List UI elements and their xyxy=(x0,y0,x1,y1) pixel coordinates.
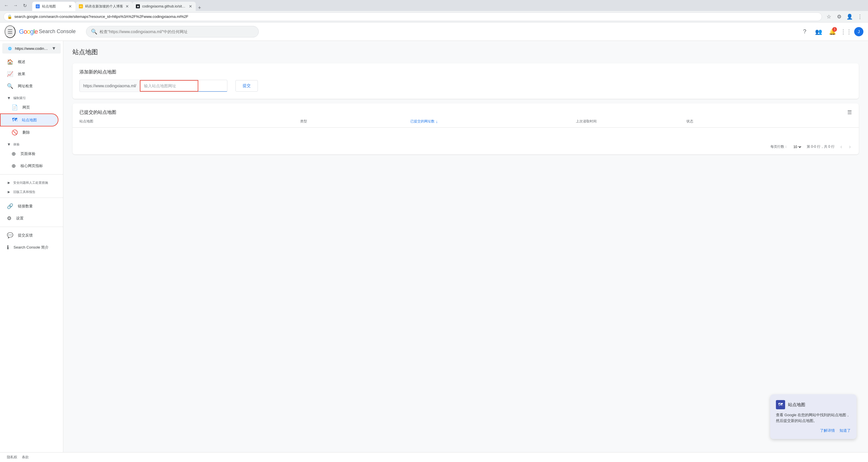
tab-2[interactable]: 码 码衣在新加坡的个人博客 ✕ xyxy=(75,2,132,11)
forward-button[interactable]: → xyxy=(11,1,20,9)
tab-3[interactable]: ◆ codingxiaoma.github.io/sitem... ✕ xyxy=(132,2,196,11)
sidebar-item-page-experience[interactable]: ⊕ 页面体验 xyxy=(0,148,58,160)
add-sitemap-card-body: https://www.codingxiaoma.ml/ 提交 xyxy=(72,80,859,99)
sidebar-divider-3 xyxy=(0,227,63,227)
sidebar-item-removals[interactable]: 🚫 删除 xyxy=(0,126,58,139)
menu-button[interactable]: ⋮ xyxy=(855,12,865,21)
tooltip-popup: 🗺 站点地图 查看 Google 在您的网站中找到的站点地图，然后提交新的站点地… xyxy=(770,394,857,439)
tab-3-title: codingxiaoma.github.io/sitem... xyxy=(142,4,186,8)
add-sitemap-card: 添加新的站点地图 https://www.codingxiaoma.ml/ 提交 xyxy=(72,63,859,99)
sidebar-item-sitemaps-label: 站点地图 xyxy=(22,117,37,123)
privacy-link[interactable]: 隐私权 xyxy=(7,455,17,460)
sidebar-item-overview[interactable]: 🏠 概述 xyxy=(0,56,58,68)
submitted-sitemaps-title: 已提交的站点地图 ☰ xyxy=(72,104,859,115)
col-status[interactable]: 状态 xyxy=(686,119,852,124)
sidebar-item-sitemaps[interactable]: 🗺 站点地图 xyxy=(0,114,58,126)
main-content: 站点地图 添加新的站点地图 https://www.codingxiaoma.m… xyxy=(63,41,868,462)
toolbar-right: ☆ ⚙ 👤 ⋮ xyxy=(824,12,865,21)
sidebar-item-overview-label: 概述 xyxy=(18,59,25,64)
sidebar-section-security-label: 安全问题和人工处置措施 xyxy=(13,181,48,185)
sidebar-item-feedback[interactable]: 💬 提交反馈 xyxy=(0,229,58,241)
learn-more-link[interactable]: 了解详情 xyxy=(820,428,835,433)
submitted-sitemaps-title-text: 已提交的站点地图 xyxy=(80,110,116,115)
col-submitted-urls[interactable]: 已提交的网址数 ↓ xyxy=(410,119,576,124)
property-selector[interactable]: 🌐 https://www.coding... ▼ xyxy=(2,43,61,54)
new-tab-button[interactable]: + xyxy=(196,5,204,11)
table-pagination: 每页行数： 10 25 50 第 0-0 行，共 0 行 ‹ › xyxy=(72,139,859,154)
pagination-prev-button[interactable]: ‹ xyxy=(839,143,843,151)
tab-3-favicon: ◆ xyxy=(136,4,140,8)
tab-3-close[interactable]: ✕ xyxy=(189,4,192,9)
sidebar-section-security[interactable]: ► 安全问题和人工处置措施 xyxy=(0,177,63,186)
tab-1-title: 站点地图 xyxy=(42,4,66,9)
terms-link[interactable]: 条款 xyxy=(22,455,29,460)
browser-controls: ← → ↻ xyxy=(2,1,29,9)
tab-1[interactable]: G 站点地图 ✕ xyxy=(32,2,75,11)
extension-button[interactable]: ⚙ xyxy=(835,12,844,21)
col-sitemap-label: 站点地图 xyxy=(80,119,93,124)
sidebar-item-intro[interactable]: ℹ Search Console 简介 xyxy=(0,241,58,254)
pagination-next-button[interactable]: › xyxy=(848,143,852,151)
submit-button[interactable]: 提交 xyxy=(236,80,258,92)
sidebar-section-legacy[interactable]: ► 旧版工具和报告 xyxy=(0,186,63,195)
hamburger-button[interactable]: ☰ xyxy=(5,25,16,38)
back-button[interactable]: ← xyxy=(2,1,10,9)
col-type[interactable]: 类型 xyxy=(300,119,410,124)
add-sitemap-card-title: 添加新的站点地图 xyxy=(72,63,859,80)
performance-icon: 📈 xyxy=(7,71,13,77)
url-inspection-icon: 🔍 xyxy=(7,83,13,89)
sidebar-item-links[interactable]: 🔗 链接数量 xyxy=(0,200,58,212)
sidebar-item-pages[interactable]: 📄 网页 xyxy=(0,102,58,114)
address-bar[interactable]: 🔒 search.google.com/search-console/sitem… xyxy=(3,12,822,21)
tab-1-close[interactable]: ✕ xyxy=(68,4,72,9)
sidebar-item-performance-label: 效果 xyxy=(18,71,25,77)
sidebar-section-indexing[interactable]: ▼ 编制索引 xyxy=(0,92,63,102)
user-circle-button[interactable]: 👥 xyxy=(813,26,824,37)
tooltip-title: 站点地图 xyxy=(788,402,805,408)
sidebar-item-core-web-vitals[interactable]: ⊕ 核心网页指标 xyxy=(0,160,58,172)
pagination-rows-label: 每页行数： xyxy=(770,144,788,149)
intro-icon: ℹ xyxy=(7,244,9,251)
search-box[interactable]: 🔍 xyxy=(86,26,259,37)
reload-button[interactable]: ↻ xyxy=(21,1,29,9)
help-button[interactable]: ? xyxy=(799,26,810,37)
sidebar-item-removals-label: 删除 xyxy=(23,130,30,135)
browser-chrome: ← → ↻ G 站点地图 ✕ 码 码衣在新加坡的个人博客 ✕ ◆ codingx… xyxy=(0,0,868,11)
col-last-read-label: 上次读取时间 xyxy=(576,119,597,124)
app-name: Search Console xyxy=(39,29,76,34)
indexing-expand-icon: ▼ xyxy=(7,96,11,100)
col-submitted-urls-label: 已提交的网址数 xyxy=(410,119,435,124)
col-sitemap[interactable]: 站点地图 xyxy=(80,119,300,124)
apps-button[interactable]: ⋮⋮ xyxy=(840,26,852,37)
dismiss-link[interactable]: 知道了 xyxy=(839,428,851,433)
tooltip-body: 查看 Google 在您的网站中找到的站点地图，然后提交新的站点地图。 xyxy=(776,412,851,424)
page-experience-icon: ⊕ xyxy=(11,151,16,157)
pagination-rows-select[interactable]: 10 25 50 xyxy=(792,145,802,149)
sidebar-item-feedback-label: 提交反馈 xyxy=(18,233,33,238)
sidebar-section-experience[interactable]: ▼ 体验 xyxy=(0,139,63,148)
tab-2-close[interactable]: ✕ xyxy=(125,4,129,9)
app-header: ☰ Google Search Console 🔍 ? 👥 🔔 1 ⋮⋮ J xyxy=(0,23,868,41)
sitemap-url-input[interactable] xyxy=(140,80,198,92)
lock-icon: 🔒 xyxy=(7,15,12,19)
sidebar-item-settings[interactable]: ⚙ 设置 xyxy=(0,212,58,224)
tooltip-header: 🗺 站点地图 xyxy=(776,400,851,409)
sidebar-item-performance[interactable]: 📈 效果 xyxy=(0,68,58,80)
submitted-sitemaps-card: 已提交的站点地图 ☰ 站点地图 类型 已提交的网址数 ↓ 上次读取时间 状 xyxy=(72,104,859,154)
avatar[interactable]: J xyxy=(854,27,863,36)
tab-2-title: 码衣在新加坡的个人博客 xyxy=(85,4,123,9)
col-last-read[interactable]: 上次读取时间 xyxy=(576,119,686,124)
sidebar-section-legacy-label: 旧版工具和报告 xyxy=(13,190,35,194)
notifications-button[interactable]: 🔔 1 xyxy=(827,26,838,37)
filter-icon[interactable]: ☰ xyxy=(847,109,852,115)
sidebar-item-url-inspection[interactable]: 🔍 网址检查 xyxy=(0,80,58,92)
search-icon: 🔍 xyxy=(91,29,97,35)
sidebar-item-page-experience-label: 页面体验 xyxy=(21,151,35,156)
bookmark-button[interactable]: ☆ xyxy=(824,12,834,21)
feedback-icon: 💬 xyxy=(7,232,13,238)
search-input[interactable] xyxy=(100,29,254,34)
sort-down-icon: ↓ xyxy=(436,119,438,124)
profile-button[interactable]: 👤 xyxy=(845,12,854,21)
sidebar-section-indexing-label: 编制索引 xyxy=(13,96,26,100)
sidebar-item-core-web-vitals-label: 核心网页指标 xyxy=(21,163,43,169)
